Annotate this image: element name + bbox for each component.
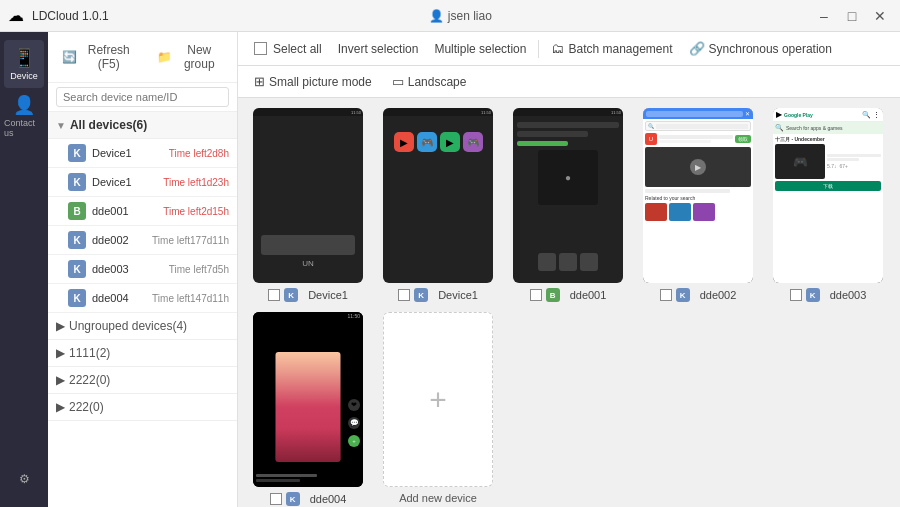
device-card-1: 11:50 UN K Device1 <box>248 108 368 302</box>
group-collapsed-arrow-icon: ▶ <box>56 319 65 333</box>
sidebar-search <box>48 83 237 112</box>
device-card-2: 11:50 ▶ 🎮 ▶ 🎮 K Device1 <box>378 108 498 302</box>
all-devices-label: All devices(6) <box>70 118 147 132</box>
add-device-label: Add new device <box>399 492 477 504</box>
card-icon-3: B <box>546 288 560 302</box>
settings-icon: ⚙ <box>19 472 30 486</box>
titlebar: ☁ LDCloud 1.0.1 👤 jsen liao – □ ✕ <box>0 0 900 32</box>
landscape-icon: ▭ <box>392 74 404 89</box>
device-name: dde003 <box>92 263 169 275</box>
titlebar-user: 👤 jsen liao <box>429 9 492 23</box>
refresh-button[interactable]: 🔄 Refresh (F5) <box>56 40 143 74</box>
search-input[interactable] <box>56 87 229 107</box>
device-screen-4[interactable]: ✕ 🔍 U <box>643 108 753 283</box>
multiple-selection-label: Multiple selection <box>434 42 526 56</box>
settings-button[interactable]: ⚙ <box>4 459 44 499</box>
sidebar-device-3[interactable]: B dde001 Time left2d15h <box>48 197 237 226</box>
card-checkbox-2[interactable] <box>398 289 410 301</box>
device-time: Time left7d5h <box>169 264 229 275</box>
multiple-selection-button[interactable]: Multiple selection <box>428 39 532 59</box>
close-button[interactable]: ✕ <box>868 4 892 28</box>
card-icon-1: K <box>284 288 298 302</box>
ungrouped-label: Ungrouped devices(4) <box>69 319 187 333</box>
card-icon-5: K <box>806 288 820 302</box>
card-icon-4: K <box>676 288 690 302</box>
device-card-footer-6: K dde004 <box>270 492 347 506</box>
group-222[interactable]: ▶ 222(0) <box>48 394 237 421</box>
device-card-4: ✕ 🔍 U <box>638 108 758 302</box>
device-time: Time left177d11h <box>152 235 229 246</box>
device-card-footer-4: K dde002 <box>660 288 737 302</box>
contact-icon: 👤 <box>13 94 35 116</box>
sidebar-device-4[interactable]: K dde002 Time left177d11h <box>48 226 237 255</box>
nav-label-device: Device <box>10 71 38 81</box>
device-card-6: 11:50 ❤ 💬 <box>248 312 368 506</box>
group-1111[interactable]: ▶ 1111(2) <box>48 340 237 367</box>
device-name: Device1 <box>92 176 163 188</box>
invert-selection-button[interactable]: Invert selection <box>332 39 425 59</box>
grid-icon: ⊞ <box>254 74 265 89</box>
device-icon-k: K <box>68 260 86 278</box>
group-2222-label: 2222(0) <box>69 373 110 387</box>
nav-item-contact[interactable]: 👤 Contact us <box>4 92 44 140</box>
sidebar-device-5[interactable]: K dde003 Time left7d5h <box>48 255 237 284</box>
device-screen-3[interactable]: 11:50 ● <box>513 108 623 283</box>
left-nav: 📱 Device 👤 Contact us ⚙ <box>0 32 48 507</box>
secondary-toolbar: ⊞ Small picture mode ▭ Landscape <box>238 66 900 98</box>
device-time: Time left1d23h <box>163 177 229 188</box>
device-screen-6[interactable]: 11:50 ❤ 💬 <box>253 312 363 487</box>
add-icon: + <box>429 383 447 417</box>
device-icon-k: K <box>68 144 86 162</box>
small-picture-button[interactable]: ⊞ Small picture mode <box>248 71 378 92</box>
nav-label-contact: Contact us <box>4 118 44 138</box>
add-device-button[interactable]: + <box>383 312 493 487</box>
sidebar-device-2[interactable]: K Device1 Time left1d23h <box>48 168 237 197</box>
ungrouped-devices-group[interactable]: ▶ Ungrouped devices(4) <box>48 313 237 340</box>
device-icon: 📱 <box>13 47 35 69</box>
card-checkbox-4[interactable] <box>660 289 672 301</box>
device-name: Device1 <box>92 147 169 159</box>
user-icon: 👤 <box>429 9 444 23</box>
card-label-6: dde004 <box>310 493 347 505</box>
titlebar-left: ☁ LDCloud 1.0.1 <box>8 6 109 25</box>
card-label-4: dde002 <box>700 289 737 301</box>
device-name: dde004 <box>92 292 152 304</box>
new-group-icon: 📁 <box>157 50 172 64</box>
batch-management-button[interactable]: 🗂 Batch management <box>545 38 678 59</box>
select-all-button[interactable]: Select all <box>248 39 328 59</box>
toolbar-divider-1 <box>538 40 539 58</box>
sync-operation-label: Synchronous operation <box>709 42 832 56</box>
minimize-button[interactable]: – <box>812 4 836 28</box>
nav-item-device[interactable]: 📱 Device <box>4 40 44 88</box>
device-icon-k: K <box>68 173 86 191</box>
batch-management-label: Batch management <box>568 42 672 56</box>
device-card-footer-3: B dde001 <box>530 288 607 302</box>
maximize-button[interactable]: □ <box>840 4 864 28</box>
device-time: Time left147d11h <box>152 293 229 304</box>
device-card-5: ▶ Google Play 🔍 ⋮ 🔍 Search for apps & ga… <box>768 108 888 302</box>
sidebar-device-6[interactable]: K dde004 Time left147d11h <box>48 284 237 313</box>
card-checkbox-1[interactable] <box>268 289 280 301</box>
card-checkbox-3[interactable] <box>530 289 542 301</box>
sidebar-device-1[interactable]: K Device1 Time left2d8h <box>48 139 237 168</box>
group-2222[interactable]: ▶ 2222(0) <box>48 367 237 394</box>
sync-operation-button[interactable]: 🔗 Synchronous operation <box>683 38 838 59</box>
group-arrow-222-icon: ▶ <box>56 400 65 414</box>
card-label-5: dde003 <box>830 289 867 301</box>
device-icon-b: B <box>68 202 86 220</box>
card-icon-2: K <box>414 288 428 302</box>
device-screen-5[interactable]: ▶ Google Play 🔍 ⋮ 🔍 Search for apps & ga… <box>773 108 883 283</box>
card-label-2: Device1 <box>438 289 478 301</box>
new-group-button[interactable]: 📁 New group <box>151 40 229 74</box>
device-screen-2[interactable]: 11:50 ▶ 🎮 ▶ 🎮 <box>383 108 493 283</box>
app-logo-icon: ☁ <box>8 6 24 25</box>
batch-mgmt-icon: 🗂 <box>551 41 564 56</box>
all-devices-group[interactable]: ▼ All devices(6) <box>48 112 237 139</box>
device-card-footer-1: K Device1 <box>268 288 348 302</box>
landscape-button[interactable]: ▭ Landscape <box>386 71 473 92</box>
titlebar-controls: – □ ✕ <box>812 4 892 28</box>
card-checkbox-5[interactable] <box>790 289 802 301</box>
group-1111-label: 1111(2) <box>69 346 110 360</box>
card-checkbox-6[interactable] <box>270 493 282 505</box>
device-screen-1[interactable]: 11:50 UN <box>253 108 363 283</box>
